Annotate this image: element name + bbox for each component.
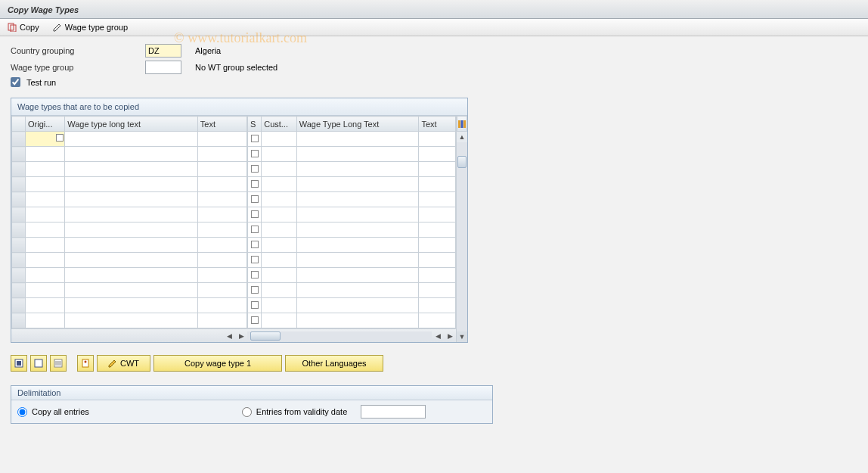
copy-grid-panel: Wage types that are to be copied Origi..… — [11, 98, 468, 343]
copy-button[interactable]: Copy — [8, 23, 39, 32]
other-lang-label: Other Languages — [302, 359, 367, 368]
table-row[interactable] — [12, 283, 247, 298]
other-languages-button[interactable]: Other Languages — [285, 355, 383, 372]
row-checkbox[interactable] — [251, 180, 259, 188]
row-checkbox[interactable] — [251, 241, 259, 248]
grid-right-table: S Cust... Wage Type Long Text Text — [247, 116, 456, 328]
toolbar: Copy Wage type group — [0, 19, 868, 36]
country-grouping-text: Algeria — [195, 46, 221, 55]
details-button[interactable] — [77, 355, 94, 372]
table-row[interactable] — [12, 222, 247, 238]
wage-type-group-input[interactable] — [145, 61, 181, 74]
table-row[interactable] — [248, 238, 456, 253]
validity-date-input[interactable] — [361, 405, 426, 419]
table-row[interactable] — [248, 268, 456, 283]
copy-icon — [8, 23, 17, 32]
select-all-button[interactable] — [11, 355, 27, 372]
hscroll-right-arrow[interactable]: ▶ — [235, 332, 247, 340]
country-grouping-label: Country grouping — [11, 46, 139, 55]
grid-title: Wage types that are to be copied — [11, 98, 467, 116]
hscroll-right[interactable]: ◀ ▶ — [247, 328, 456, 342]
table-row[interactable] — [12, 268, 247, 283]
row-checkbox[interactable] — [251, 301, 259, 309]
cwt-button[interactable]: CWT — [97, 355, 150, 372]
hscroll-left-arrow[interactable]: ◀ — [223, 332, 235, 340]
table-row[interactable] — [248, 283, 456, 298]
row-checkbox[interactable] — [251, 195, 259, 203]
table-row[interactable] — [12, 192, 247, 207]
svg-rect-3 — [461, 120, 463, 128]
delimitation-title: Delimitation — [11, 386, 492, 400]
col-s[interactable]: S — [248, 117, 262, 132]
col-wtlt[interactable]: Wage type long text — [65, 117, 198, 132]
copy-all-radio[interactable] — [17, 407, 27, 417]
entries-from-date-radio[interactable] — [242, 407, 252, 417]
row-checkbox[interactable] — [251, 226, 259, 233]
vscroll-up-arrow[interactable]: ▲ — [459, 132, 466, 142]
test-run-checkbox[interactable] — [11, 77, 20, 87]
hscroll-left[interactable]: ◀ ▶ — [11, 328, 247, 342]
table-row[interactable] — [248, 177, 456, 192]
hscroll-left-arrow-2[interactable]: ◀ — [432, 332, 444, 340]
row-checkbox[interactable] — [251, 135, 259, 142]
table-row[interactable] — [12, 298, 247, 313]
row-checkbox[interactable] — [251, 316, 259, 324]
table-row[interactable] — [248, 162, 456, 177]
grid-right-header: S Cust... Wage Type Long Text Text — [248, 117, 456, 132]
table-row[interactable] — [12, 132, 247, 147]
active-cell[interactable] — [26, 132, 65, 147]
page-title: Copy Wage Types — [0, 0, 868, 19]
wage-type-group-label: Wage type group — [65, 23, 128, 32]
wage-type-group-button[interactable]: Wage type group — [53, 23, 128, 32]
table-row[interactable] — [248, 192, 456, 207]
col-origi[interactable]: Origi... — [26, 117, 65, 132]
vscroll-down-arrow[interactable]: ▼ — [459, 331, 466, 342]
delete-button[interactable] — [50, 355, 67, 372]
table-row[interactable] — [248, 147, 456, 162]
svg-rect-2 — [458, 120, 460, 128]
entries-from-date-label: Entries from validity date — [256, 407, 347, 416]
country-grouping-input[interactable] — [145, 44, 181, 58]
grid-left-table: Origi... Wage type long text Text — [11, 116, 247, 328]
row-checkbox[interactable] — [251, 165, 259, 173]
table-row[interactable] — [12, 253, 247, 268]
svg-rect-7 — [35, 359, 42, 367]
copy-label: Copy — [20, 23, 39, 32]
col-text2[interactable]: Text — [419, 117, 456, 132]
table-row[interactable] — [12, 162, 247, 177]
row-checkbox[interactable] — [251, 150, 259, 157]
vscroll[interactable]: ▲ ▼ — [456, 116, 467, 342]
configure-columns-icon[interactable] — [457, 116, 467, 132]
col-cust[interactable]: Cust... — [262, 117, 297, 132]
test-run-label: Test run — [26, 78, 56, 87]
row-checkbox[interactable] — [251, 210, 259, 218]
col-wtlt2[interactable]: Wage Type Long Text — [296, 117, 419, 132]
table-row[interactable] — [248, 253, 456, 268]
table-row[interactable] — [248, 313, 456, 328]
table-row[interactable] — [248, 207, 456, 222]
deselect-all-button[interactable] — [30, 355, 47, 372]
row-checkbox[interactable] — [251, 271, 259, 279]
svg-rect-6 — [17, 361, 21, 366]
row-checkbox[interactable] — [251, 286, 259, 294]
value-help-icon[interactable] — [56, 134, 64, 142]
table-row[interactable] — [248, 132, 456, 147]
svg-point-13 — [85, 361, 87, 363]
table-row[interactable] — [248, 222, 456, 238]
table-row[interactable] — [12, 207, 247, 222]
col-text[interactable]: Text — [197, 117, 246, 132]
cwt-label: CWT — [120, 359, 139, 368]
hscroll-thumb[interactable] — [250, 331, 281, 341]
wage-type-group-field-label: Wage type group — [11, 63, 139, 72]
table-row[interactable] — [12, 313, 247, 328]
table-row[interactable] — [12, 177, 247, 192]
pencil-icon — [53, 23, 62, 32]
edit-icon — [108, 359, 117, 368]
vscroll-thumb[interactable] — [457, 156, 467, 168]
table-row[interactable] — [12, 147, 247, 162]
table-row[interactable] — [12, 238, 247, 253]
copy-wage-type-1-button[interactable]: Copy wage type 1 — [153, 355, 282, 372]
row-checkbox[interactable] — [251, 256, 259, 263]
table-row[interactable] — [248, 298, 456, 313]
hscroll-right-arrow-2[interactable]: ▶ — [444, 332, 456, 340]
